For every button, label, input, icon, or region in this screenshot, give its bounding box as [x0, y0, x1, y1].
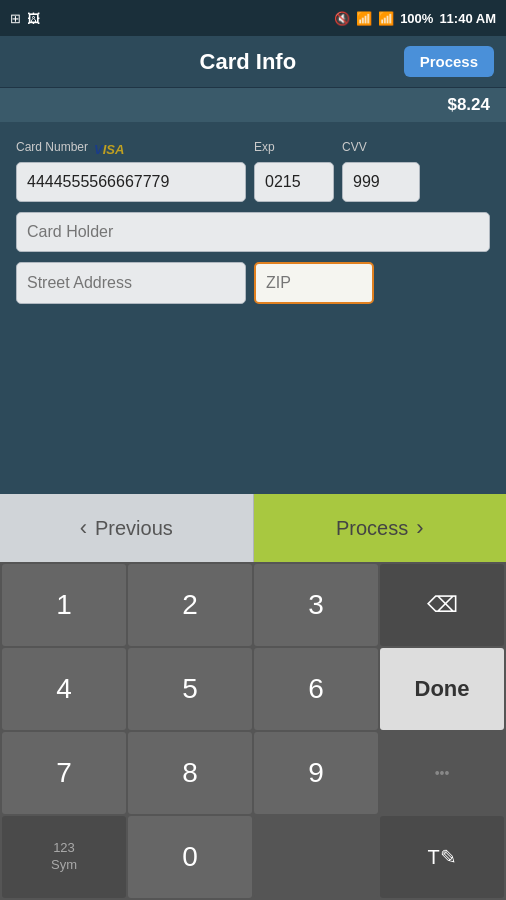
wifi-icon: 📶: [356, 11, 372, 26]
text-format-icon: T✎: [427, 845, 456, 869]
key-4[interactable]: 4: [2, 648, 126, 730]
previous-button[interactable]: ‹ Previous: [0, 494, 254, 562]
cvv-input[interactable]: [342, 162, 420, 202]
exp-label: Exp: [254, 140, 275, 154]
header: Card Info Process: [0, 36, 506, 88]
key-8[interactable]: 8: [128, 732, 252, 814]
sym-label: 123Sym: [51, 840, 77, 874]
key-empty-r3: •••: [380, 732, 504, 814]
image-icon: 🖼: [27, 11, 40, 26]
card-number-field-group: Card Number VISA: [16, 140, 246, 202]
zip-input[interactable]: [254, 262, 374, 304]
key-9[interactable]: 9: [254, 732, 378, 814]
previous-label: Previous: [95, 517, 173, 540]
page-title: Card Info: [92, 49, 404, 75]
process-button-nav[interactable]: Process ›: [254, 494, 507, 562]
battery-label: 100%: [400, 11, 433, 26]
key-5[interactable]: 5: [128, 648, 252, 730]
status-right: 🔇 📶 📶 100% 11:40 AM: [334, 11, 496, 26]
exp-field-group: Exp: [254, 140, 334, 202]
street-input[interactable]: [16, 262, 246, 304]
mute-icon: 🔇: [334, 11, 350, 26]
key-sym[interactable]: 123Sym: [2, 816, 126, 898]
cvv-field-group: CVV: [342, 140, 420, 202]
key-done[interactable]: Done: [380, 648, 504, 730]
nav-buttons: ‹ Previous Process ›: [0, 494, 506, 562]
amount-bar: $8.24: [0, 88, 506, 122]
cvv-label: CVV: [342, 140, 367, 154]
key-6[interactable]: 6: [254, 648, 378, 730]
form-area: Card Number VISA Exp CVV: [0, 122, 506, 318]
mid-spacer: [0, 318, 506, 494]
backspace-icon: ⌫: [427, 592, 458, 618]
card-holder-input[interactable]: [16, 212, 490, 252]
key-7[interactable]: 7: [2, 732, 126, 814]
process-button-header[interactable]: Process: [404, 46, 494, 77]
status-bar: ⊞ 🖼 🔇 📶 📶 100% 11:40 AM: [0, 0, 506, 36]
key-0[interactable]: 0: [128, 816, 252, 898]
grid-icon: ⊞: [10, 11, 21, 26]
key-1[interactable]: 1: [2, 564, 126, 646]
prev-arrow-icon: ‹: [80, 515, 87, 541]
key-empty-r4: [254, 816, 378, 898]
signal-icon: 📶: [378, 11, 394, 26]
card-holder-row: [16, 212, 490, 252]
numeric-keyboard: 1 2 3 ⌫ 4 5 6 Done 7 8 9 ••• 123Sym 0 T✎: [0, 562, 506, 900]
key-backspace[interactable]: ⌫: [380, 564, 504, 646]
status-icons-left: ⊞ 🖼: [10, 11, 40, 26]
amount-value: $8.24: [447, 95, 490, 115]
card-number-input[interactable]: [16, 162, 246, 202]
next-arrow-icon: ›: [416, 515, 423, 541]
ellipsis-icon: •••: [435, 765, 450, 781]
process-label: Process: [336, 517, 408, 540]
visa-badge: VISA: [94, 142, 124, 157]
time-label: 11:40 AM: [439, 11, 496, 26]
key-2[interactable]: 2: [128, 564, 252, 646]
address-row: [16, 262, 490, 304]
key-3[interactable]: 3: [254, 564, 378, 646]
key-format[interactable]: T✎: [380, 816, 504, 898]
exp-input[interactable]: [254, 162, 334, 202]
card-number-label: Card Number: [16, 140, 88, 154]
card-number-row: Card Number VISA Exp CVV: [16, 140, 490, 202]
